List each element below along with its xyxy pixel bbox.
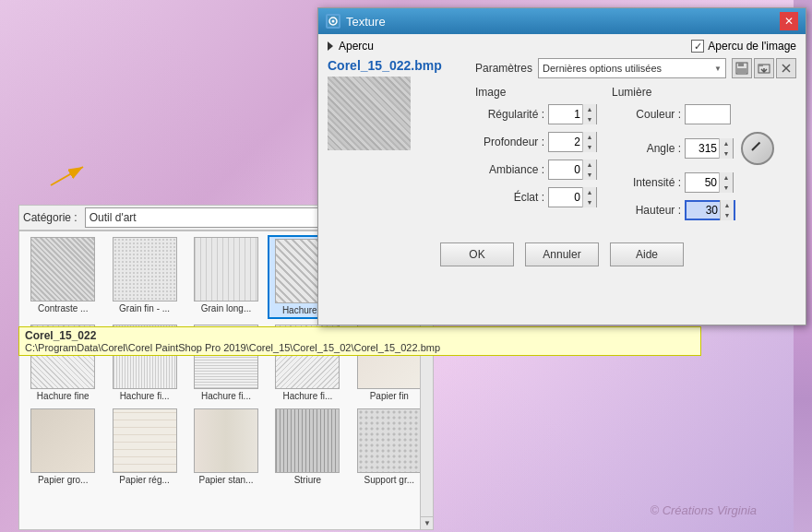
texture-label-hachure-fi2: Hachure fi...: [120, 391, 170, 401]
eclat-up-button[interactable]: ▲: [583, 187, 596, 197]
params-icon-group: [732, 58, 796, 78]
image-section-title: Image: [475, 86, 597, 99]
texture-item-grain-long[interactable]: Grain long...: [186, 235, 266, 319]
texture-label-grain-long: Grain long...: [201, 303, 251, 313]
parametres-dropdown-value: Dernières options utilisées: [543, 63, 662, 74]
profondeur-spin-buttons: ▲ ▼: [582, 132, 596, 152]
regularite-input[interactable]: [549, 105, 582, 124]
parametres-label: Paramètres: [475, 62, 532, 75]
ambiance-label: Ambiance :: [475, 163, 544, 176]
texture-preview: [328, 77, 411, 150]
apercu-row: Apercu: [328, 40, 374, 53]
texture-thumb-grain-long: [194, 237, 258, 301]
intensite-row: Intensité : ▲ ▼: [612, 172, 774, 193]
profondeur-row: Profondeur : ▲ ▼: [475, 132, 597, 152]
texture-name-section: Corel_15_022.bmp: [328, 58, 466, 228]
ambiance-input[interactable]: [549, 160, 582, 179]
svg-point-17: [332, 20, 335, 23]
texture-label-striure: Striure: [294, 475, 321, 485]
load-icon: [758, 62, 770, 75]
category-dropdown-value: Outil d'art: [90, 211, 137, 224]
hauteur-label: Hauteur :: [612, 204, 681, 217]
image-lumiere-container: Image Régularité : ▲ ▼: [475, 86, 796, 228]
texture-label-papier-fin: Papier fin: [370, 391, 409, 401]
ok-button[interactable]: OK: [440, 242, 514, 266]
texture-item-grain-fin[interactable]: Grain fin - ...: [104, 235, 184, 319]
tooltip-path: C:\ProgramData\Corel\Corel PaintShop Pro…: [25, 342, 695, 353]
eclat-down-button[interactable]: ▼: [583, 197, 596, 207]
params-load-button[interactable]: [754, 58, 774, 78]
intensite-down-button[interactable]: ▼: [720, 183, 733, 193]
texture-thumb-papier-gro: [30, 408, 95, 473]
regularite-down-button[interactable]: ▼: [583, 114, 596, 124]
apercu-image-checkbox[interactable]: ✓: [691, 40, 704, 53]
delete-icon: [780, 62, 793, 75]
image-section: Image Régularité : ▲ ▼: [475, 86, 597, 228]
intensite-spin-buttons: ▲ ▼: [719, 172, 733, 193]
ambiance-down-button[interactable]: ▼: [583, 170, 596, 180]
copyright-text: © Créations Virginia: [650, 503, 757, 517]
angle-dial[interactable]: [741, 132, 774, 165]
parametres-dropdown[interactable]: Dernières options utilisées ▼: [538, 58, 726, 78]
annuler-button[interactable]: Annuler: [525, 242, 599, 266]
category-dropdown[interactable]: Outil d'art ▼: [85, 207, 352, 228]
angle-input[interactable]: [686, 139, 719, 158]
dialog-titlebar: Texture ✕: [318, 8, 806, 34]
texture-item-contraste[interactable]: Contraste ...: [23, 235, 102, 319]
regularite-up-button[interactable]: ▲: [583, 104, 596, 114]
texture-item-striure[interactable]: Striure: [268, 407, 347, 487]
params-save-button[interactable]: [732, 58, 752, 78]
profondeur-input[interactable]: [549, 133, 582, 151]
category-label: Catégorie :: [23, 211, 81, 224]
params-delete-button[interactable]: [776, 58, 796, 78]
hauteur-input[interactable]: [687, 202, 720, 219]
dialog-title-text: Texture: [346, 15, 386, 29]
profondeur-spinbox[interactable]: ▲ ▼: [548, 132, 597, 152]
profondeur-up-button[interactable]: ▲: [583, 132, 596, 142]
angle-down-button[interactable]: ▼: [720, 148, 733, 159]
aide-button[interactable]: Aide: [610, 242, 684, 266]
dialog-buttons: OK Annuler Aide: [328, 242, 796, 266]
profondeur-down-button[interactable]: ▼: [583, 142, 596, 152]
couleur-box[interactable]: [685, 104, 731, 124]
texture-name-display: Corel_15_022.bmp: [328, 58, 466, 73]
tooltip-name: Corel_15_022: [25, 329, 695, 342]
texture-dialog: Texture ✕ Apercu ✓ Apercu de l'image Cor…: [317, 7, 806, 325]
apercu-label: Apercu: [339, 40, 374, 53]
texture-thumb-papier-stan: [194, 408, 258, 473]
intensite-up-button[interactable]: ▲: [720, 172, 733, 183]
angle-up-button[interactable]: ▲: [720, 138, 733, 148]
texture-item-papier-gro[interactable]: Papier gro...: [23, 407, 102, 487]
arrow-indicator: [46, 162, 92, 190]
hauteur-spinbox[interactable]: ▲ ▼: [685, 200, 735, 220]
ambiance-spinbox[interactable]: ▲ ▼: [548, 160, 597, 180]
intensite-spinbox[interactable]: ▲ ▼: [685, 172, 734, 193]
texture-label-papier-reg: Papier rég...: [119, 475, 169, 485]
lumiere-section-title: Lumière: [612, 86, 774, 99]
eclat-spinbox[interactable]: ▲ ▼: [548, 187, 597, 207]
texture-item-support-gr[interactable]: Support gr...: [350, 407, 429, 487]
regularite-spin-buttons: ▲ ▼: [582, 104, 596, 124]
texture-thumb-support-gr: [357, 408, 422, 473]
intensite-input[interactable]: [686, 173, 719, 192]
ambiance-up-button[interactable]: ▲: [583, 160, 596, 170]
ambiance-spin-buttons: ▲ ▼: [582, 160, 596, 180]
couleur-label: Couleur :: [612, 108, 681, 121]
texture-thumb-contraste: [30, 237, 95, 301]
eclat-input[interactable]: [549, 188, 582, 207]
parametres-chevron-icon: ▼: [714, 65, 722, 73]
angle-spinbox[interactable]: ▲ ▼: [685, 138, 734, 159]
eclat-row: Éclat : ▲ ▼: [475, 187, 597, 207]
texture-icon: [328, 16, 339, 27]
hauteur-down-button[interactable]: ▼: [721, 210, 734, 220]
texture-item-papier-reg[interactable]: Papier rég...: [104, 407, 184, 487]
hauteur-up-button[interactable]: ▲: [721, 200, 734, 210]
regularite-spinbox[interactable]: ▲ ▼: [548, 104, 597, 124]
dialog-close-button[interactable]: ✕: [780, 12, 798, 30]
eclat-spin-buttons: ▲ ▼: [582, 187, 596, 207]
scroll-down-button[interactable]: ▼: [421, 516, 434, 529]
texture-label-hachure-fi4: Hachure fi...: [282, 391, 332, 401]
texture-item-papier-stan[interactable]: Papier stan...: [186, 407, 266, 487]
dial-needle: [751, 142, 760, 151]
dialog-title: Texture: [326, 14, 386, 29]
